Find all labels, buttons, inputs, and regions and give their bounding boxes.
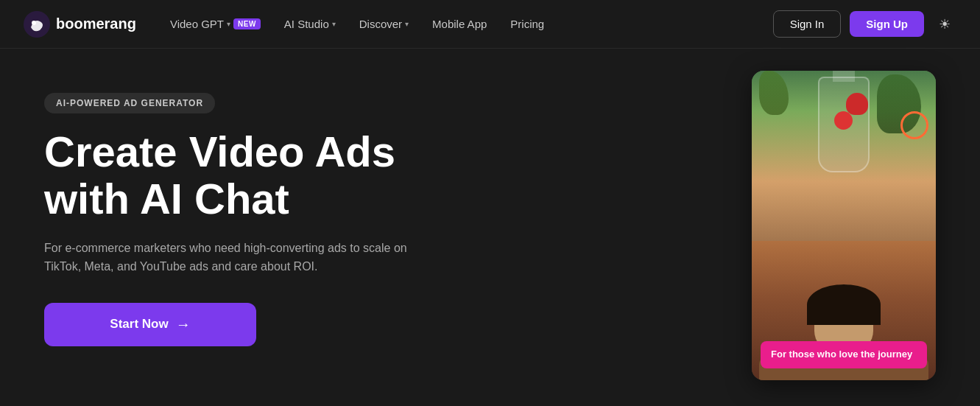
arrow-icon: → [176,316,191,333]
svg-point-1 [32,21,36,25]
hero-subtitle: For e-commerce marketers who need high-c… [44,239,427,276]
signup-button[interactable]: Sign Up [850,11,924,37]
nav-links: Video GPT ▾ NEW AI Studio ▾ Discover ▾ M… [160,12,773,36]
hero-title: Create Video Ads with AI Chat [44,128,515,223]
chevron-down-icon: ▾ [227,20,230,28]
logo[interactable]: boomerang [24,11,136,38]
circle-decoration [900,111,928,139]
nav-mobile-app[interactable]: Mobile App [422,12,497,36]
video-card: For those who love the journey [752,71,936,380]
navbar: boomerang Video GPT ▾ NEW AI Studio ▾ Di… [0,0,980,49]
nav-video-gpt[interactable]: Video GPT ▾ NEW [160,12,271,36]
logo-icon [24,11,50,38]
chevron-down-icon: ▾ [405,20,409,28]
nav-discover[interactable]: Discover ▾ [349,12,419,36]
new-badge: NEW [233,18,261,29]
logo-text: boomerang [56,15,136,32]
nav-ai-studio[interactable]: AI Studio ▾ [274,12,346,36]
chevron-down-icon: ▾ [332,20,336,28]
signin-button[interactable]: Sign In [773,10,842,38]
hero-section: AI-POWERED AD GENERATOR Create Video Ads… [44,85,515,346]
nav-actions: Sign In Sign Up ☀ [773,10,956,38]
hero-badge: AI-POWERED AD GENERATOR [44,93,215,113]
video-thumbnail: For those who love the journey [752,71,936,380]
start-now-button[interactable]: Start Now → [44,303,256,346]
main-content: AI-POWERED AD GENERATOR Create Video Ads… [0,49,980,406]
nav-pricing[interactable]: Pricing [500,12,554,36]
theme-toggle-button[interactable]: ☀ [933,13,956,36]
video-caption: For those who love the journey [761,341,927,368]
